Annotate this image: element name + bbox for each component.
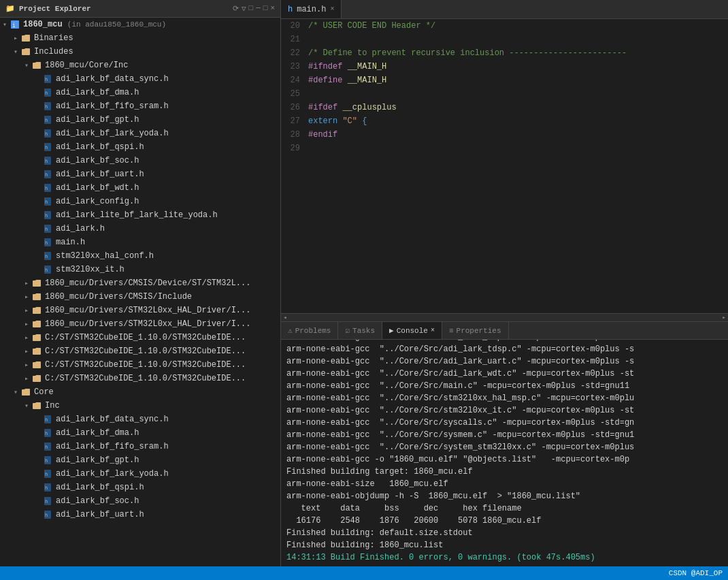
tree-item-includes[interactable]: Includes [0, 45, 280, 59]
line-content-20: /* USER CODE END Header */ [308, 21, 723, 31]
console-line-19: arm-none-eabi-objdump -h -S 1860_mcu.elf… [286, 490, 723, 502]
tree-item-core-inc-folder[interactable]: 1860_mcu/Core/Inc [0, 59, 280, 72]
tree-item-hal-driver-1[interactable]: 1860_mcu/Drivers/STM32L0xx_HAL_Driver/I.… [0, 304, 280, 317]
tree-arrow-inc-folder[interactable] [22, 402, 31, 410]
panel-title-label: Project Explorer [19, 5, 91, 13]
project-icon: i [10, 19, 20, 30]
tree-label-hal-driver-1: 1860_mcu/Drivers/STM32L0xx_HAL_Driver/I.… [45, 306, 250, 315]
maximize-icon[interactable]: □ [263, 4, 268, 13]
tree-arrow-core-inc-folder[interactable] [22, 61, 31, 69]
scroll-track[interactable] [289, 315, 720, 321]
tree-item-core-folder[interactable]: Core [0, 385, 280, 399]
tree-arrow-core-folder[interactable] [11, 388, 20, 396]
tree-item-cmsis-device[interactable]: 1860_mcu/Drivers/CMSIS/Device/ST/STM32L.… [0, 276, 280, 290]
header-file-icon: h [42, 196, 53, 207]
svg-text:h: h [45, 472, 48, 477]
header-file-icon: h [42, 210, 53, 221]
tree-item-cube-1[interactable]: C:/ST/STM32CubeIDE_1.10.0/STM32CubeIDE..… [0, 331, 280, 344]
editor-content[interactable]: 20/* USER CODE END Header */2122/* Defin… [281, 19, 728, 313]
tab-label: main.h [297, 5, 326, 14]
tree-item-core-file-sync[interactable]: hadi_lark_bf_data_sync.h [0, 413, 280, 426]
tree-item-binaries[interactable]: Binaries [0, 31, 280, 45]
tree-item-core-file-dma[interactable]: hadi_lark_bf_dma.h [0, 426, 280, 440]
collapse-all-icon[interactable]: ⟳ [233, 4, 239, 13]
tree-label-file-wdt: adi_lark_bf_wdt.h [56, 183, 139, 193]
bottom-tab-tasks[interactable]: ☑Tasks [338, 322, 382, 339]
tree-item-inc-folder[interactable]: Inc [0, 399, 280, 413]
bottom-tab-properties[interactable]: ≡Properties [442, 322, 509, 339]
tree-arrow-cube-3[interactable] [22, 361, 31, 369]
tree-item-core-file-qspi[interactable]: hadi_lark_bf_qspi.h [0, 481, 280, 494]
tree-item-core-file-uart[interactable]: hadi_lark_bf_uart.h [0, 508, 280, 521]
tree-item-file-sync[interactable]: hadi_lark_bf_data_sync.h [0, 72, 280, 86]
tree-item-file-yoda[interactable]: hadi_lark_bf_lark_yoda.h [0, 127, 280, 140]
scroll-left-icon[interactable]: ◂ [281, 314, 289, 322]
tree-label-file-soc: adi_lark_bf_soc.h [56, 156, 139, 165]
tree-item-core-file-soc[interactable]: hadi_lark_bf_soc.h [0, 494, 280, 508]
problems-tab-icon: ⚠ [288, 326, 293, 335]
tree-item-file-qspi[interactable]: hadi_lark_bf_qspi.h [0, 140, 280, 154]
tree-item-hal-driver-2[interactable]: 1860_mcu/Drivers/STM32L0xx_HAL_Driver/I.… [0, 317, 280, 331]
folder-icon [31, 319, 42, 329]
tree-arrow-cube-1[interactable] [22, 334, 31, 342]
tree-item-file-dma[interactable]: hadi_lark_bf_dma.h [0, 86, 280, 99]
tree-item-file-wdt[interactable]: hadi_lark_bf_wdt.h [0, 181, 280, 195]
sync-icon[interactable]: □ [249, 4, 254, 13]
editor-horizontal-scroll[interactable]: ◂ ▸ [281, 313, 728, 321]
tree-arrow-hal-driver-1[interactable] [22, 306, 31, 315]
line-content-24: #define __MAIN_H [308, 76, 723, 85]
tree-item-cmsis-include[interactable]: 1860_mcu/Drivers/CMSIS/Include [0, 290, 280, 304]
header-file-icon: h [42, 223, 53, 234]
line-number-20: 20 [281, 21, 308, 31]
folder-icon [20, 46, 31, 57]
line-number-27: 27 [281, 116, 308, 126]
tree-arrow-cmsis-device[interactable] [22, 279, 31, 287]
tree-arrow-cmsis-include[interactable] [22, 293, 31, 301]
tree-item-file-lite-yoda[interactable]: hadi_lark_lite_bf_lark_lite_yoda.h [0, 208, 280, 222]
tab-file-icon: h [288, 5, 293, 14]
console-tab-close[interactable]: × [431, 327, 435, 334]
tree-arrow-hal-driver-2[interactable] [22, 320, 31, 328]
tree-arrow-cube-4[interactable] [22, 374, 31, 383]
tree-arrow-includes[interactable] [11, 48, 20, 56]
tab-close-icon[interactable]: × [330, 5, 334, 13]
line-number-21: 21 [281, 35, 308, 44]
filter-icon[interactable]: ▽ [242, 4, 246, 13]
close-panel-icon[interactable]: × [270, 4, 275, 13]
tree-item-cube-2[interactable]: C:/ST/STM32CubeIDE_1.10.0/STM32CubeIDE..… [0, 344, 280, 358]
bottom-tab-console[interactable]: ▶Console× [382, 322, 442, 339]
tree-arrow-cube-2[interactable] [22, 347, 31, 355]
bottom-tab-problems[interactable]: ⚠Problems [281, 322, 338, 339]
svg-text:h: h [45, 417, 48, 423]
tree-item-file-main[interactable]: hmain.h [0, 236, 280, 249]
tree-item-cube-4[interactable]: C:/ST/STM32CubeIDE_1.10.0/STM32CubeIDE..… [0, 372, 280, 385]
tree-label-inc-folder: Inc [45, 401, 60, 410]
tree-item-file-lark[interactable]: hadi_lark.h [0, 222, 280, 236]
tree-item-cube-3[interactable]: C:/ST/STM32CubeIDE_1.10.0/STM32CubeIDE..… [0, 358, 280, 372]
tree-arrow-project-root[interactable] [0, 20, 10, 29]
tree-item-file-uart[interactable]: hadi_lark_bf_uart.h [0, 167, 280, 181]
tree-label-file-uart: adi_lark_bf_uart.h [56, 170, 144, 179]
console-line-13: arm-none-eabi-gcc "../Core/Src/sysmem.c"… [286, 429, 723, 441]
console-line-6: arm-none-eabi-gcc "../Core/Src/adi_lark_… [286, 343, 723, 355]
tree-item-file-soc[interactable]: hadi_lark_bf_soc.h [0, 154, 280, 167]
tree-item-file-it[interactable]: hstm32l0xx_it.h [0, 263, 280, 276]
tree-item-file-fifo[interactable]: hadi_lark_bf_fifo_sram.h [0, 99, 280, 113]
main-layout: 📁 Project Explorer ⟳ ▽ □ ─ □ × i1860_mcu… [0, 0, 728, 566]
minimize-icon[interactable]: ─ [256, 4, 261, 13]
svg-text:h: h [45, 254, 48, 259]
scroll-right-icon[interactable]: ▸ [720, 314, 728, 322]
tree-item-core-file-yoda[interactable]: hadi_lark_bf_lark_yoda.h [0, 467, 280, 481]
header-file-icon: h [42, 169, 53, 180]
tree-arrow-binaries[interactable] [11, 34, 20, 42]
tree-item-core-file-fifo[interactable]: hadi_lark_bf_fifo_sram.h [0, 440, 280, 453]
tree-item-file-config[interactable]: hadi_lark_config.h [0, 195, 280, 208]
tree-item-file-hal-conf[interactable]: hstm32l0xx_hal_conf.h [0, 249, 280, 263]
console-content[interactable]: CDT Build Console [1860_mcu]arm-none-eab… [281, 340, 728, 566]
tree-label-file-dma: adi_lark_bf_dma.h [56, 88, 139, 97]
tree-item-project-root[interactable]: i1860_mcu (in adau1850_1860_mcu) [0, 18, 280, 31]
tree-item-core-file-gpt[interactable]: hadi_lark_bf_gpt.h [0, 453, 280, 467]
tree-item-file-gpt[interactable]: hadi_lark_bf_gpt.h [0, 113, 280, 127]
tree-container[interactable]: i1860_mcu (in adau1850_1860_mcu)Binaries… [0, 18, 280, 566]
editor-tab-main-h[interactable]: h main.h × [281, 0, 342, 18]
